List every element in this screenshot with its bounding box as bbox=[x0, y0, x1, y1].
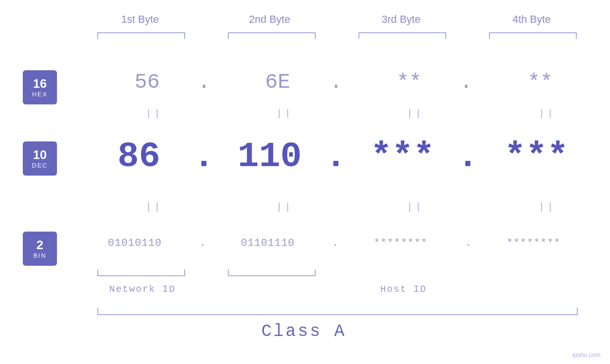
eq-4-db: || bbox=[521, 202, 573, 213]
byte2-header: 2nd Byte bbox=[222, 13, 317, 26]
bracket-top-b4 bbox=[489, 32, 577, 39]
bracket-bot-b2 bbox=[228, 270, 316, 276]
network-id-label: Network ID bbox=[93, 284, 192, 295]
dec-badge-number: 10 bbox=[33, 148, 47, 162]
bin-b4: ******** bbox=[482, 237, 585, 249]
byte4-header: 4th Byte bbox=[484, 13, 579, 26]
hex-b3: ** bbox=[371, 70, 447, 94]
bracket-top-b3 bbox=[358, 32, 446, 39]
hex-badge: 16 HEX bbox=[23, 70, 57, 104]
byte3-header: 3rd Byte bbox=[354, 13, 449, 26]
dot-bin-2: . bbox=[327, 237, 345, 249]
host-id-label: Host ID bbox=[332, 284, 475, 295]
dec-b4: *** bbox=[489, 137, 584, 177]
dec-badge-label: DEC bbox=[32, 162, 47, 169]
hex-badge-number: 16 bbox=[33, 77, 47, 91]
bin-badge-label: BIN bbox=[33, 252, 47, 259]
hex-badge-label: HEX bbox=[32, 91, 48, 98]
dot-dec-1: . bbox=[191, 137, 217, 177]
full-bottom-bracket bbox=[97, 308, 578, 315]
eq-1-db: || bbox=[128, 202, 180, 213]
eq-3-hd: || bbox=[389, 108, 441, 119]
dec-b1: 86 bbox=[95, 137, 183, 177]
watermark: ipshu.com bbox=[544, 351, 601, 358]
bin-b2: 01101110 bbox=[216, 237, 319, 249]
dec-b3: *** bbox=[355, 137, 450, 177]
class-label: Class A bbox=[190, 322, 418, 341]
dot-bin-3: . bbox=[460, 237, 478, 249]
bin-b3: ******** bbox=[349, 237, 452, 249]
dec-b2: 110 bbox=[222, 137, 317, 177]
eq-2-db: || bbox=[259, 202, 311, 213]
dot-dec-2: . bbox=[323, 137, 349, 177]
bracket-top-b1 bbox=[97, 32, 185, 39]
dot-bin-1: . bbox=[194, 237, 212, 249]
eq-2-hd: || bbox=[259, 108, 311, 119]
bracket-top-b2 bbox=[228, 32, 316, 39]
hex-b4: ** bbox=[502, 70, 578, 94]
bin-badge-number: 2 bbox=[37, 238, 43, 252]
dot-hex-1: . bbox=[195, 70, 214, 94]
dot-hex-2: . bbox=[327, 70, 346, 94]
eq-3-db: || bbox=[389, 202, 441, 213]
dot-hex-3: . bbox=[457, 70, 476, 94]
eq-4-hd: || bbox=[521, 108, 573, 119]
dot-dec-3: . bbox=[455, 137, 481, 177]
dec-badge: 10 DEC bbox=[23, 141, 57, 176]
eq-1-hd: || bbox=[128, 108, 180, 119]
byte1-header: 1st Byte bbox=[93, 13, 188, 26]
bin-badge: 2 BIN bbox=[23, 232, 57, 266]
hex-b2: 6E bbox=[240, 70, 316, 94]
hex-b1: 56 bbox=[109, 70, 185, 94]
bracket-bot-b1 bbox=[97, 270, 185, 276]
main-layout: 1st Byte 2nd Byte 3rd Byte 4th Byte 16 H… bbox=[0, 0, 610, 364]
bin-b1: 01010110 bbox=[83, 237, 187, 249]
